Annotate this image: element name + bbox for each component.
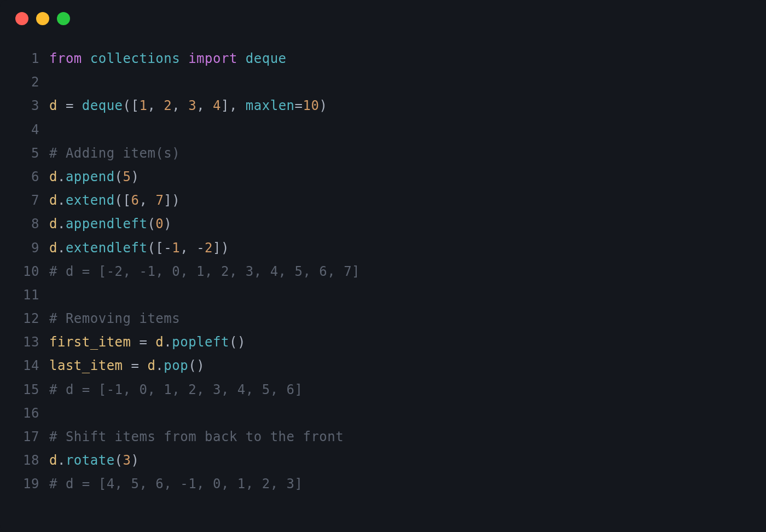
line-number: 19 (13, 472, 39, 496)
token-comment: # Adding item(s) (49, 146, 180, 161)
token-num: 10 (303, 98, 320, 113)
code-content: d.rotate(3) (49, 449, 139, 472)
token-num: 0 (155, 216, 164, 232)
token-plain (131, 334, 140, 350)
code-line[interactable]: 10# d = [-2, -1, 0, 1, 2, 3, 4, 5, 6, 7] (13, 260, 753, 284)
token-fn: appendleft (66, 216, 148, 232)
token-mod: deque (246, 51, 287, 66)
token-num: 6 (131, 193, 140, 208)
code-content: # d = [-2, -1, 0, 1, 2, 3, 4, 5, 6, 7] (49, 260, 360, 284)
line-number: 4 (13, 118, 39, 142)
code-line[interactable]: 4 (13, 118, 753, 142)
token-num: 2 (205, 240, 213, 256)
token-op: - (164, 240, 172, 256)
titlebar (0, 0, 766, 32)
line-number: 5 (13, 142, 39, 165)
line-number: 17 (13, 425, 39, 449)
code-content: d.append(5) (49, 165, 139, 189)
code-line[interactable]: 14last_item = d.pop() (13, 354, 753, 378)
token-mod: collections (90, 51, 180, 66)
token-num: 5 (123, 169, 131, 184)
token-punc: ] (213, 240, 221, 256)
code-content: d.extend([6, 7]) (49, 189, 180, 212)
code-content: # Removing items (49, 307, 180, 331)
code-line[interactable]: 15# d = [-1, 0, 1, 2, 3, 4, 5, 6] (13, 378, 753, 402)
code-line[interactable]: 1from collections import deque (13, 47, 753, 71)
token-op: - (196, 240, 205, 256)
code-line[interactable]: 19# d = [4, 5, 6, -1, 0, 1, 2, 3] (13, 472, 753, 496)
token-punc: ( (115, 193, 123, 208)
code-content: first_item = d.popleft() (49, 331, 246, 354)
code-content: # Adding item(s) (49, 142, 180, 165)
token-punc: [ (155, 240, 164, 256)
code-line[interactable]: 5# Adding item(s) (13, 142, 753, 165)
token-var: d (155, 334, 164, 350)
token-plain (74, 98, 82, 113)
code-line[interactable]: 11 (13, 284, 753, 307)
token-num: 1 (172, 240, 180, 256)
token-kw: import (188, 51, 237, 66)
code-content: from collections import deque (49, 47, 287, 71)
token-num: 3 (188, 98, 196, 113)
line-number: 12 (13, 307, 39, 331)
token-var: last_item (49, 358, 123, 373)
token-plain (57, 98, 66, 113)
token-op: . (57, 453, 66, 468)
token-comment: # d = [-2, -1, 0, 1, 2, 3, 4, 5, 6, 7] (49, 264, 360, 279)
line-number: 8 (13, 212, 39, 236)
token-var: d (147, 358, 155, 373)
token-punc: ( (115, 453, 123, 468)
code-line[interactable]: 2 (13, 71, 753, 94)
code-line[interactable]: 9d.extendleft([-1, -2]) (13, 236, 753, 260)
code-line[interactable]: 8d.appendleft(0) (13, 212, 753, 236)
token-var: d (49, 98, 57, 113)
line-number: 16 (13, 402, 39, 425)
line-number: 1 (13, 47, 39, 71)
code-content (49, 284, 57, 307)
token-op: , (229, 98, 237, 113)
code-content (49, 402, 57, 425)
code-content: last_item = d.pop() (49, 354, 205, 378)
token-var: d (49, 216, 57, 232)
code-content: d.extendleft([-1, -2]) (49, 236, 229, 260)
token-plain (237, 98, 246, 113)
token-punc: ) (319, 98, 327, 113)
line-number: 2 (13, 71, 39, 94)
zoom-icon[interactable] (57, 12, 70, 25)
token-var: d (49, 169, 57, 184)
token-fn: popleft (172, 334, 229, 350)
token-op: , (139, 193, 147, 208)
line-number: 9 (13, 236, 39, 260)
code-content: # Shift items from back to the front (49, 425, 344, 449)
code-line[interactable]: 13first_item = d.popleft() (13, 331, 753, 354)
code-line[interactable]: 16 (13, 402, 753, 425)
token-punc: ) (131, 169, 140, 184)
token-punc: ( (123, 98, 131, 113)
token-plain (237, 51, 246, 66)
token-num: 4 (213, 98, 221, 113)
token-punc: ) (164, 216, 172, 232)
token-op: . (57, 169, 66, 184)
code-line[interactable]: 6d.append(5) (13, 165, 753, 189)
code-line[interactable]: 18d.rotate(3) (13, 449, 753, 472)
token-plain (205, 98, 213, 113)
code-line[interactable]: 7d.extend([6, 7]) (13, 189, 753, 212)
token-num: 3 (123, 453, 131, 468)
line-number: 14 (13, 354, 39, 378)
token-kw: from (49, 51, 82, 66)
minimize-icon[interactable] (36, 12, 49, 25)
token-plain (180, 51, 188, 66)
close-icon[interactable] (15, 12, 28, 25)
code-line[interactable]: 3d = deque([1, 2, 3, 4], maxlen=10) (13, 94, 753, 118)
token-punc: ) (196, 358, 205, 373)
token-fn: extendleft (66, 240, 148, 256)
token-op: . (155, 358, 164, 373)
token-op: , (172, 98, 180, 113)
line-number: 15 (13, 378, 39, 402)
code-line[interactable]: 17# Shift items from back to the front (13, 425, 753, 449)
token-comment: # Shift items from back to the front (49, 429, 344, 444)
token-fn: append (66, 169, 115, 184)
code-editor[interactable]: 1from collections import deque2 3d = deq… (0, 32, 766, 510)
code-line[interactable]: 12# Removing items (13, 307, 753, 331)
token-punc: [ (131, 98, 140, 113)
